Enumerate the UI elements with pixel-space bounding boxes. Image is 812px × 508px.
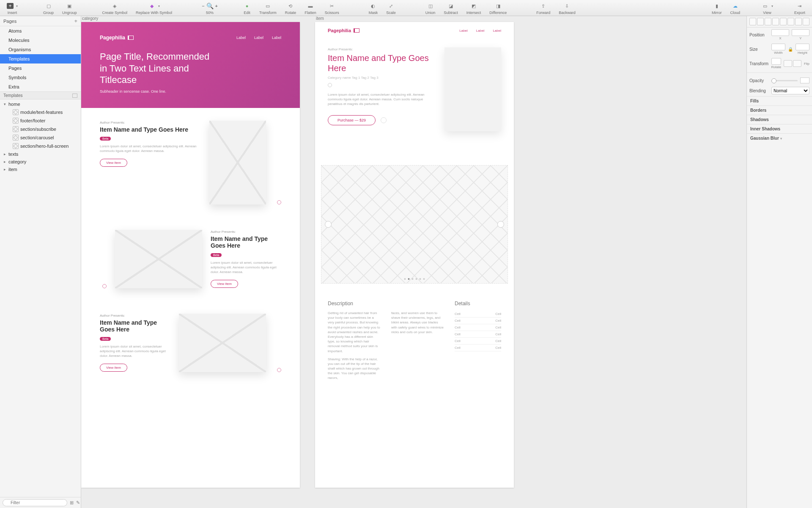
rotate-input[interactable] <box>771 58 782 65</box>
width-input[interactable] <box>771 44 785 50</box>
disclosure-icon[interactable]: ▸ <box>3 167 7 171</box>
nav-link[interactable]: Label <box>272 36 281 40</box>
ungroup-button[interactable]: ▣Ungroup <box>58 1 81 16</box>
view-item-button[interactable]: View Item <box>100 364 127 372</box>
zoom-in-icon[interactable]: + <box>215 3 218 8</box>
mask-button[interactable]: ◐Mask <box>365 1 382 16</box>
rotate-button[interactable]: ⟲Rotate <box>281 1 301 16</box>
borders-section[interactable]: Borders <box>747 105 812 115</box>
filter-input[interactable] <box>3 499 67 506</box>
position-x-input[interactable] <box>771 29 789 36</box>
insert-menu[interactable]: +▾ Insert <box>3 1 22 16</box>
section-toggle-icon[interactable] <box>72 94 77 98</box>
forward-button[interactable]: ⇪Forward <box>532 1 554 16</box>
tree-item-item[interactable]: ▸item <box>0 166 81 173</box>
position-y-input[interactable] <box>792 29 809 36</box>
export-button[interactable]: ⇥Export <box>790 1 809 16</box>
carousel-next-button[interactable] <box>497 221 504 228</box>
tree-item[interactable]: section/carousel <box>0 133 81 142</box>
info-icon[interactable] <box>102 284 107 288</box>
difference-button[interactable]: ◨Difference <box>485 1 511 16</box>
carousel-prev-button[interactable] <box>325 221 332 228</box>
blending-select[interactable]: Normal <box>771 87 809 94</box>
fills-section[interactable]: Fills <box>747 96 812 105</box>
tree-item[interactable]: section/subscribe <box>0 125 81 133</box>
add-page-button[interactable]: + <box>74 18 77 24</box>
cart-icon[interactable] <box>381 117 387 123</box>
disclosure-icon[interactable]: ▸ <box>3 152 7 156</box>
page-item-symbols[interactable]: Symbols <box>0 73 81 82</box>
nav-link[interactable]: Label <box>476 29 485 33</box>
group-button[interactable]: ▢Group <box>39 1 58 16</box>
nav-link[interactable]: Label <box>254 36 263 40</box>
create-symbol-button[interactable]: ◈Create Symbol <box>98 1 132 16</box>
disclosure-icon[interactable]: ▾ <box>3 102 7 106</box>
nav-link[interactable]: Label <box>459 29 468 33</box>
union-button[interactable]: ◫Union <box>421 1 440 16</box>
align-left-button[interactable] <box>749 18 756 25</box>
artboard-label[interactable]: item <box>316 16 324 21</box>
blur-section[interactable]: Gaussian Blur ▾ <box>747 133 812 143</box>
subtract-button[interactable]: ◪Subtract <box>439 1 462 16</box>
view-item-button[interactable]: View Item <box>100 159 127 167</box>
zoom-control[interactable]: −🔍+ 50% <box>198 1 222 16</box>
page-item-extra[interactable]: Extra <box>0 82 81 91</box>
edit-button[interactable]: ●Edit <box>239 1 255 16</box>
info-icon[interactable] <box>277 368 281 372</box>
canvas[interactable]: category Pagephilia Label Label Label Pa… <box>81 16 746 508</box>
tree-item-texts[interactable]: ▸texts <box>0 150 81 158</box>
filter-edit-icon[interactable]: ✎ <box>76 500 80 506</box>
purchase-button[interactable]: Purchase — $29 <box>328 115 376 125</box>
cloud-button[interactable]: ☁Cloud <box>726 1 744 16</box>
intersect-button[interactable]: ◩Intersect <box>462 1 486 16</box>
artboard-label[interactable]: category <box>82 16 98 21</box>
tree-item[interactable]: footer/footer <box>0 116 81 125</box>
distribute-v-button[interactable] <box>803 18 809 25</box>
page-item-pages[interactable]: Pages <box>0 64 81 73</box>
page-item-atoms[interactable]: Atoms <box>0 26 81 36</box>
nav-link[interactable]: Label <box>236 36 246 40</box>
opacity-label: Opacity <box>749 78 769 83</box>
page-item-molecules[interactable]: Molecules <box>0 36 81 45</box>
align-center-v-button[interactable] <box>780 18 787 25</box>
info-icon[interactable] <box>277 200 281 204</box>
details-table: CellCellCellCellCellCellCellCellCellCell… <box>455 311 501 351</box>
shadows-section[interactable]: Shadows <box>747 115 812 124</box>
opacity-slider[interactable] <box>771 80 798 81</box>
page-item-organisms[interactable]: Organisms <box>0 45 81 54</box>
replace-symbol-button[interactable]: ◆▾Replace With Symbol <box>132 1 176 16</box>
flip-h-button[interactable] <box>784 60 792 67</box>
artboard-item[interactable]: item Pagephilia Label Label Label Author… <box>315 22 514 488</box>
align-bottom-button[interactable] <box>787 18 794 25</box>
inner-shadows-section[interactable]: Inner Shadows <box>747 124 812 133</box>
mirror-button[interactable]: ▮Mirror <box>708 1 726 16</box>
transform-button[interactable]: ▭Transform <box>255 1 281 16</box>
zoom-out-icon[interactable]: − <box>202 3 204 8</box>
view-icon: ▭ <box>761 2 769 10</box>
tree-item-category[interactable]: ▸category <box>0 158 81 166</box>
artboard-category[interactable]: category Pagephilia Label Label Label Pa… <box>81 22 300 488</box>
page-item-templates[interactable]: Templates <box>0 54 81 64</box>
tree-item-home[interactable]: ▾ home <box>0 100 81 108</box>
flatten-button[interactable]: ▬Flatten <box>300 1 321 16</box>
view-button[interactable]: ▭▾View <box>757 1 777 16</box>
nav-link[interactable]: Label <box>493 29 501 33</box>
height-input[interactable] <box>796 44 809 50</box>
item-title: Item Name and Type Goes Here <box>100 126 201 133</box>
backward-button[interactable]: ⇩Backward <box>554 1 580 16</box>
tree-item[interactable]: section/hero-full-screen <box>0 142 81 150</box>
view-item-button[interactable]: View Item <box>211 280 238 288</box>
align-right-button[interactable] <box>765 18 771 25</box>
scissors-button[interactable]: ✂Scissors <box>321 1 343 16</box>
scale-button[interactable]: ⤢Scale <box>382 1 400 16</box>
disclosure-icon[interactable]: ▸ <box>3 160 7 164</box>
lock-aspect-icon[interactable]: 🔒 <box>788 47 793 52</box>
tree-item[interactable]: module/text-features <box>0 108 81 116</box>
opacity-value[interactable] <box>800 77 809 83</box>
filter-toggle-icon[interactable]: ⊞ <box>70 500 74 506</box>
align-top-button[interactable] <box>772 18 779 25</box>
align-center-h-button[interactable] <box>757 18 764 25</box>
flip-v-button[interactable] <box>793 60 801 67</box>
nav-links: Label Label Label <box>236 36 281 40</box>
distribute-h-button[interactable] <box>795 18 802 25</box>
